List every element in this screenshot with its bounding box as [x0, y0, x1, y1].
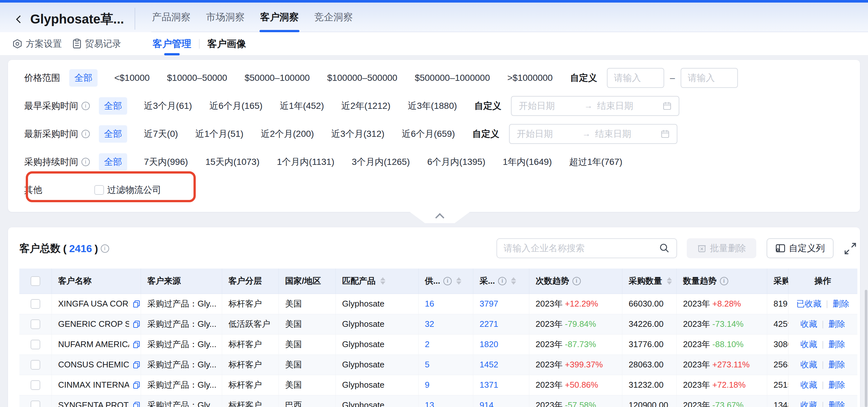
delete-link[interactable]: 删除 — [833, 298, 849, 309]
duration-option[interactable]: 1个月内(1131) — [277, 156, 334, 168]
latest-option[interactable]: 近6个月(659) — [402, 128, 455, 140]
earliest-option[interactable]: 近1年(452) — [280, 100, 324, 112]
delete-link[interactable]: 删除 — [828, 379, 845, 390]
company-search-input[interactable] — [503, 243, 659, 253]
sort-icon[interactable] — [380, 277, 385, 285]
favorite-link[interactable]: 已收藏 — [796, 298, 821, 309]
search-icon[interactable] — [659, 243, 670, 254]
supplier-count-link[interactable]: 13 — [425, 400, 434, 407]
latest-option[interactable]: 近2个月(200) — [261, 128, 314, 140]
customer-name[interactable]: GENERIC CROP SCI — [58, 319, 129, 329]
customer-name[interactable]: CONSUS CHEMICAL — [58, 360, 129, 370]
purchase-count-link[interactable]: 1452 — [480, 360, 498, 369]
tab-competitor-insight[interactable]: 竞企洞察 — [314, 3, 353, 32]
back-button[interactable] — [11, 12, 26, 26]
favorite-link[interactable]: 收藏 — [800, 359, 817, 370]
info-icon[interactable]: i — [498, 277, 506, 285]
duration-option[interactable]: 超过1年(767) — [569, 156, 622, 168]
info-icon[interactable]: i — [101, 244, 109, 253]
purchase-count-link[interactable]: 2271 — [480, 319, 498, 329]
customer-name[interactable]: SYNGENTA PROTEC — [58, 400, 129, 407]
earliest-date-range-picker[interactable]: 开始日期 → 结束日期 — [511, 96, 679, 116]
duration-option-all[interactable]: 全部 — [99, 153, 127, 171]
delete-link[interactable]: 删除 — [828, 318, 845, 330]
duration-option[interactable]: 3个月内(1265) — [351, 156, 410, 168]
price-option[interactable]: $50000–100000 — [245, 73, 310, 83]
copy-icon[interactable] — [132, 381, 141, 389]
customize-columns-button[interactable]: 自定义列 — [767, 238, 834, 258]
purchase-count-link[interactable]: 3797 — [480, 299, 498, 309]
duration-option[interactable]: 6个月内(1395) — [427, 156, 486, 168]
duration-option[interactable]: 7天内(996) — [144, 156, 188, 168]
copy-icon[interactable] — [132, 320, 141, 328]
copy-icon[interactable] — [132, 401, 141, 407]
purchase-count-link[interactable]: 1371 — [480, 380, 498, 389]
info-icon[interactable]: i — [82, 102, 90, 110]
vertical-scrollbar[interactable] — [865, 290, 867, 407]
customer-name[interactable]: NUFARM AMERICAS, — [58, 339, 129, 349]
info-icon[interactable]: i — [443, 277, 452, 285]
price-custom-label[interactable]: 自定义 — [570, 72, 597, 84]
delete-link[interactable]: 删除 — [828, 359, 845, 370]
select-all-checkbox[interactable] — [31, 276, 40, 286]
filter-logistics-label[interactable]: 过滤物流公司 — [107, 184, 161, 196]
row-checkbox[interactable] — [31, 319, 40, 329]
copy-icon[interactable] — [132, 340, 141, 349]
delete-link[interactable]: 删除 — [828, 339, 845, 350]
row-checkbox[interactable] — [31, 360, 40, 370]
row-checkbox[interactable] — [31, 401, 40, 407]
duration-option[interactable]: 15天内(1073) — [206, 156, 259, 168]
favorite-link[interactable]: 收藏 — [800, 339, 817, 350]
price-option[interactable]: >$1000000 — [507, 73, 553, 83]
price-min-input[interactable] — [607, 68, 664, 88]
price-option[interactable]: $500000–1000000 — [415, 73, 490, 83]
sort-icon[interactable] — [667, 277, 672, 285]
fullscreen-button[interactable] — [843, 242, 857, 256]
filter-logistics-checkbox[interactable] — [94, 185, 104, 195]
latest-date-range-picker[interactable]: 开始日期 → 结束日期 — [509, 124, 677, 144]
earliest-option[interactable]: 近6个月(165) — [209, 100, 262, 112]
row-checkbox[interactable] — [31, 380, 40, 390]
earliest-custom-label[interactable]: 自定义 — [474, 100, 501, 112]
duration-option[interactable]: 1年内(1649) — [503, 156, 552, 168]
latest-option[interactable]: 近1个月(51) — [195, 128, 243, 140]
copy-icon[interactable] — [132, 361, 141, 369]
supplier-count-link[interactable]: 2 — [425, 339, 430, 349]
customer-name[interactable]: CINMAX INTERNATIO — [58, 380, 129, 390]
tab-product-insight[interactable]: 产品洞察 — [151, 3, 191, 32]
purchase-count-link[interactable]: 914 — [480, 400, 494, 407]
purchase-count-link[interactable]: 1820 — [480, 339, 498, 349]
tab-customer-insight[interactable]: 客户洞察 — [259, 3, 300, 32]
subtab-customer-profile[interactable]: 客户画像 — [207, 32, 246, 55]
row-checkbox[interactable] — [31, 299, 40, 309]
price-option[interactable]: $10000–50000 — [167, 73, 227, 83]
earliest-option[interactable]: 近3个月(61) — [144, 100, 192, 112]
latest-option[interactable]: 近3个月(312) — [331, 128, 384, 140]
earliest-option[interactable]: 近3年(1880) — [408, 100, 457, 112]
delete-link[interactable]: 删除 — [828, 400, 845, 407]
batch-delete-button[interactable]: 批量删除 — [687, 238, 756, 258]
favorite-link[interactable]: 收藏 — [800, 400, 817, 407]
sort-icon[interactable] — [511, 277, 516, 285]
supplier-count-link[interactable]: 32 — [425, 319, 434, 329]
supplier-count-link[interactable]: 9 — [425, 380, 430, 389]
favorite-link[interactable]: 收藏 — [800, 379, 817, 390]
supplier-count-link[interactable]: 16 — [425, 299, 434, 309]
collapse-filters-handle[interactable] — [409, 211, 471, 225]
customer-total-count[interactable]: 2416 — [69, 243, 92, 255]
supplier-count-link[interactable]: 5 — [425, 360, 430, 369]
latest-custom-label[interactable]: 自定义 — [472, 128, 499, 140]
row-checkbox[interactable] — [31, 340, 40, 349]
latest-option[interactable]: 近7天(0) — [144, 128, 178, 140]
price-max-input[interactable] — [681, 68, 738, 88]
favorite-link[interactable]: 收藏 — [800, 318, 817, 330]
info-icon[interactable]: i — [82, 130, 90, 138]
sort-icon[interactable] — [456, 277, 461, 285]
trade-records-button[interactable]: 贸易记录 — [72, 32, 121, 55]
copy-icon[interactable] — [132, 300, 141, 308]
price-option[interactable]: $100000–500000 — [327, 73, 397, 83]
earliest-option-all[interactable]: 全部 — [99, 97, 127, 115]
price-option[interactable]: <$10000 — [114, 73, 150, 83]
tab-market-insight[interactable]: 市场洞察 — [206, 3, 245, 32]
earliest-option[interactable]: 近2年(1212) — [341, 100, 391, 112]
